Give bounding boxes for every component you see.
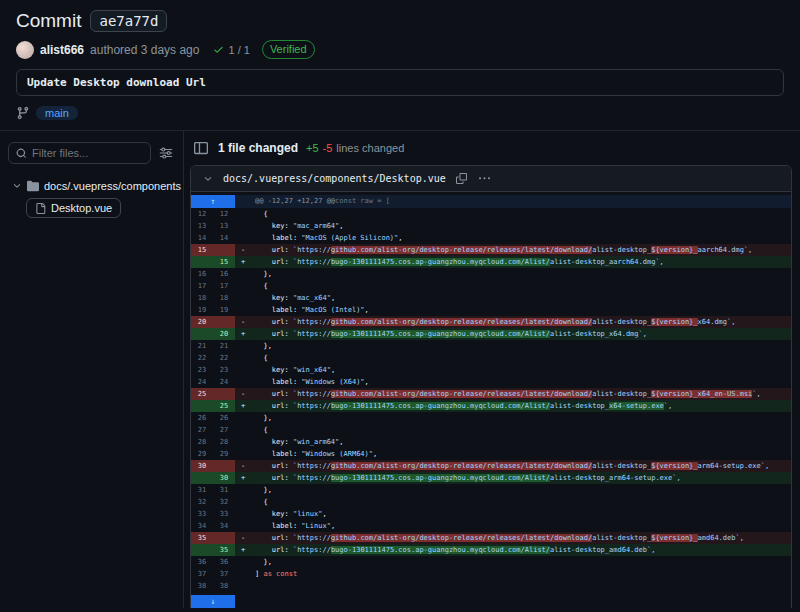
file-filter-input[interactable]	[32, 147, 143, 159]
diff-line-ctx: 2323 key: "win_x64",	[191, 364, 791, 376]
expand-up-button[interactable]: ↑	[191, 195, 235, 208]
old-line-number[interactable]: 26	[191, 412, 213, 424]
diff-line-add: 15+ url: `https://bugo-1301111475.cos.ap…	[191, 256, 791, 268]
new-line-number[interactable]: 34	[213, 520, 235, 532]
new-line-number[interactable]: 35	[213, 544, 235, 556]
changed-word: x64-setup.exe	[609, 402, 664, 410]
old-line-number[interactable]: 33	[191, 508, 213, 520]
diff-line-add: 35+ url: `https://bugo-1301111475.cos.ap…	[191, 544, 791, 556]
old-line-number[interactable]: 20	[191, 316, 213, 328]
new-line-number[interactable]: 18	[213, 292, 235, 304]
old-line-number[interactable]: 37	[191, 568, 213, 580]
old-line-number[interactable]: 36	[191, 556, 213, 568]
new-line-number[interactable]	[213, 460, 235, 472]
old-line-number[interactable]	[191, 328, 213, 340]
new-line-number[interactable]: 24	[213, 376, 235, 388]
file-tree-settings-button[interactable]	[157, 144, 175, 162]
new-line-number[interactable]: 14	[213, 232, 235, 244]
old-line-number[interactable]: 25	[191, 388, 213, 400]
old-line-number[interactable]: 19	[191, 304, 213, 316]
file-path-link[interactable]: docs/.vuepress/components/Desktop.vue	[223, 173, 446, 184]
new-line-number[interactable]: 31	[213, 484, 235, 496]
code-segment: label:	[255, 306, 301, 314]
file-tree-sidebar: docs/.vuepress/components Desktop.vue	[0, 131, 184, 608]
tree-file-row[interactable]: Desktop.vue	[26, 198, 121, 218]
old-line-number[interactable]	[191, 256, 213, 268]
old-line-number[interactable]: 38	[191, 580, 213, 592]
new-line-number[interactable]	[213, 244, 235, 256]
new-line-number[interactable]: 33	[213, 508, 235, 520]
author-username[interactable]: alist666	[40, 43, 84, 57]
tree-folder-row[interactable]: docs/.vuepress/components	[8, 177, 175, 195]
checks-status[interactable]: 1 / 1	[213, 44, 249, 56]
old-line-number[interactable]	[191, 472, 213, 484]
new-line-number[interactable]: 15	[213, 256, 235, 268]
diff-sign	[235, 568, 251, 580]
new-line-number[interactable]: 16	[213, 268, 235, 280]
branch-badge[interactable]: main	[36, 106, 78, 120]
new-line-number[interactable]: 28	[213, 436, 235, 448]
old-line-number[interactable]	[191, 400, 213, 412]
old-line-number[interactable]: 14	[191, 232, 213, 244]
code-line: },	[251, 484, 791, 496]
collapse-diff-button[interactable]	[201, 172, 215, 186]
new-line-number[interactable]: 29	[213, 448, 235, 460]
old-line-number[interactable]: 17	[191, 280, 213, 292]
file-options-button[interactable]	[477, 171, 492, 186]
expand-down-button[interactable]: ↓	[191, 595, 235, 608]
old-line-number[interactable]: 15	[191, 244, 213, 256]
code-segment: ,	[373, 450, 377, 458]
old-line-number[interactable]: 13	[191, 220, 213, 232]
new-line-number[interactable]: 17	[213, 280, 235, 292]
new-line-number[interactable]: 26	[213, 412, 235, 424]
code-segment: `https://	[293, 258, 331, 266]
old-line-number[interactable]: 30	[191, 460, 213, 472]
new-line-number[interactable]: 20	[213, 328, 235, 340]
new-line-number[interactable]: 12	[213, 208, 235, 220]
new-line-number[interactable]: 22	[213, 352, 235, 364]
old-line-number[interactable]: 12	[191, 208, 213, 220]
new-line-number[interactable]: 38	[213, 580, 235, 592]
collapse-file-tree-button[interactable]	[192, 139, 210, 157]
old-line-number[interactable]: 24	[191, 376, 213, 388]
new-line-number[interactable]	[213, 532, 235, 544]
new-line-number[interactable]: 13	[213, 220, 235, 232]
lines-changed-summary: +5 -5 lines changed	[306, 142, 404, 154]
old-line-number[interactable]: 23	[191, 364, 213, 376]
new-line-number[interactable]: 32	[213, 496, 235, 508]
diff-line-ctx: 2626 },	[191, 412, 791, 424]
new-line-number[interactable]: 30	[213, 472, 235, 484]
code-line: label: "MacOS (Apple Silicon)",	[251, 232, 791, 244]
code-segment: "MacOS (Intel)"	[301, 306, 364, 314]
old-line-number[interactable]: 18	[191, 292, 213, 304]
changed-word: ${version}_x64_en-US.msi	[651, 390, 752, 398]
copy-path-button[interactable]	[454, 171, 469, 186]
old-line-number[interactable]: 21	[191, 340, 213, 352]
new-line-number[interactable]	[213, 388, 235, 400]
old-line-number[interactable]: 35	[191, 532, 213, 544]
new-line-number[interactable]: 36	[213, 556, 235, 568]
old-line-number[interactable]	[191, 544, 213, 556]
old-line-number[interactable]: 29	[191, 448, 213, 460]
old-line-number[interactable]: 22	[191, 352, 213, 364]
new-line-number[interactable]: 23	[213, 364, 235, 376]
new-line-number[interactable]: 19	[213, 304, 235, 316]
new-line-number[interactable]: 21	[213, 340, 235, 352]
old-line-number[interactable]: 27	[191, 424, 213, 436]
kebab-icon	[479, 173, 490, 184]
old-line-number[interactable]: 16	[191, 268, 213, 280]
old-line-number[interactable]: 32	[191, 496, 213, 508]
new-line-number[interactable]: 37	[213, 568, 235, 580]
old-line-number[interactable]: 28	[191, 436, 213, 448]
verified-badge[interactable]: Verified	[262, 40, 315, 59]
file-filter[interactable]	[8, 142, 151, 164]
new-line-number[interactable]	[213, 316, 235, 328]
new-line-number[interactable]: 27	[213, 424, 235, 436]
old-line-number[interactable]: 31	[191, 484, 213, 496]
changed-word: bugo-1301111475.cos.ap-guangzhou.myqclou…	[331, 402, 550, 410]
code-segment: `https://	[293, 534, 331, 542]
code-line: url: `https://bugo-1301111475.cos.ap-gua…	[251, 400, 791, 412]
new-line-number[interactable]: 25	[213, 400, 235, 412]
old-line-number[interactable]: 34	[191, 520, 213, 532]
author-avatar[interactable]	[16, 41, 34, 59]
